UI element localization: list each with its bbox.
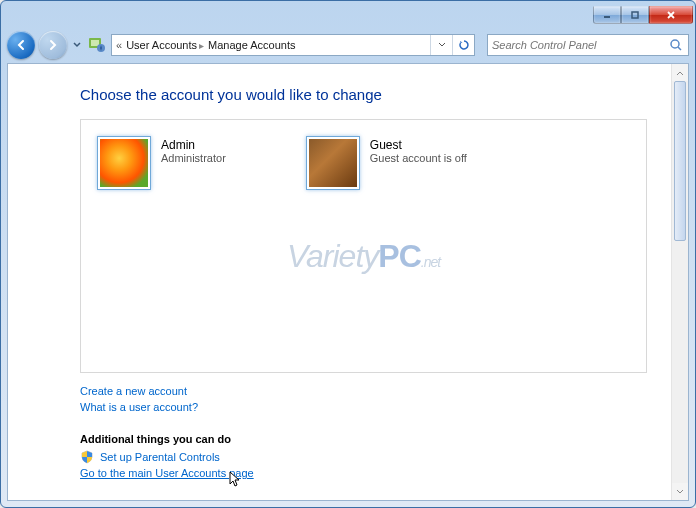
breadcrumb-dropdown[interactable]: [430, 35, 452, 55]
chevron-right-icon[interactable]: ▸: [197, 40, 208, 51]
nav-history-dropdown[interactable]: [71, 32, 83, 58]
account-item-admin[interactable]: Admin Administrator: [97, 136, 226, 356]
close-button[interactable]: [649, 6, 693, 24]
additional-heading: Additional things you can do: [80, 433, 647, 445]
scroll-thumb[interactable]: [674, 81, 686, 241]
search-box[interactable]: [487, 34, 689, 56]
shield-icon: [80, 450, 94, 464]
content-area: Choose the account you would like to cha…: [7, 63, 689, 501]
parental-controls-link[interactable]: Set up Parental Controls: [100, 449, 220, 465]
svg-line-6: [678, 47, 681, 50]
account-name: Admin: [161, 138, 226, 152]
what-is-account-link[interactable]: What is a user account?: [80, 399, 647, 415]
page-title: Choose the account you would like to cha…: [80, 86, 647, 103]
control-panel-icon: [87, 35, 107, 55]
avatar: [97, 136, 151, 190]
title-bar: [1, 1, 695, 29]
accounts-list: Admin Administrator Guest Guest account …: [80, 119, 647, 373]
minimize-button[interactable]: [593, 6, 621, 24]
account-type: Administrator: [161, 152, 226, 164]
account-status: Guest account is off: [370, 152, 467, 164]
scroll-up-button[interactable]: [672, 64, 688, 81]
back-button[interactable]: [7, 31, 35, 59]
svg-point-5: [671, 40, 679, 48]
account-name: Guest: [370, 138, 467, 152]
svg-rect-3: [91, 40, 99, 46]
search-icon[interactable]: [668, 37, 684, 53]
create-account-link[interactable]: Create a new account: [80, 383, 647, 399]
action-links: Create a new account What is a user acco…: [80, 383, 647, 415]
scrollbar[interactable]: [671, 64, 688, 500]
breadcrumb-root-icon[interactable]: «: [112, 39, 126, 51]
svg-rect-1: [632, 12, 638, 18]
breadcrumb-item[interactable]: User Accounts: [126, 39, 197, 51]
content: Choose the account you would like to cha…: [8, 64, 671, 500]
breadcrumb[interactable]: « User Accounts ▸ Manage Accounts: [111, 34, 475, 56]
control-panel-window: « User Accounts ▸ Manage Accounts Choose: [0, 0, 696, 508]
main-accounts-link[interactable]: Go to the main User Accounts page: [80, 465, 647, 481]
nav-bar: « User Accounts ▸ Manage Accounts: [1, 29, 695, 61]
scroll-track[interactable]: [672, 81, 688, 483]
maximize-button[interactable]: [621, 6, 649, 24]
search-input[interactable]: [492, 39, 668, 51]
refresh-button[interactable]: [452, 35, 474, 55]
breadcrumb-item[interactable]: Manage Accounts: [208, 39, 295, 51]
account-item-guest[interactable]: Guest Guest account is off: [306, 136, 467, 356]
forward-button[interactable]: [39, 31, 67, 59]
scroll-down-button[interactable]: [672, 483, 688, 500]
avatar: [306, 136, 360, 190]
